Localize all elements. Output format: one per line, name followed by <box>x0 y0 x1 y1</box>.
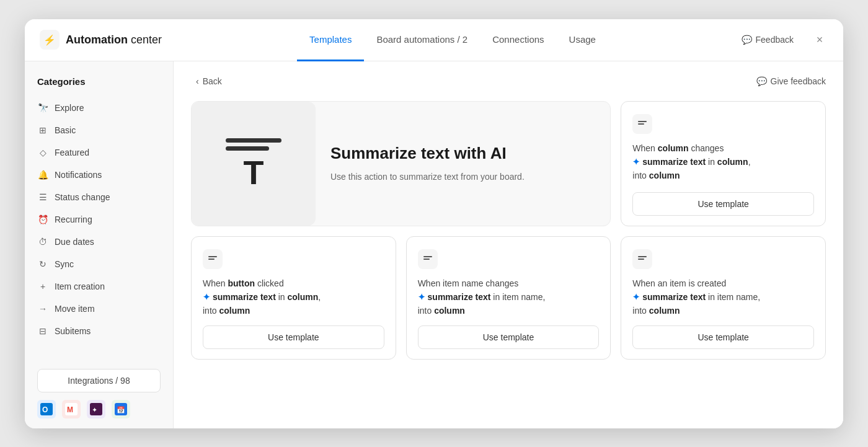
card-icon-row-3 <box>632 249 814 269</box>
gmail-icon: M <box>62 400 81 418</box>
sidebar-item-notifications[interactable]: 🔔 Notifications <box>25 164 173 186</box>
basic-icon: ⊞ <box>37 125 48 136</box>
app-icon: ⚡ <box>40 30 60 50</box>
content-area: ‹ Back 💬 Give feedback <box>174 61 843 428</box>
app-icons-row: O M ✦ 📅 <box>37 400 161 418</box>
sidebar-item-label: Status change <box>55 192 110 202</box>
close-button[interactable]: × <box>811 31 828 48</box>
automation-center-window: ⚡ Automation center Templates Board auto… <box>25 19 843 428</box>
card-icon-row-1 <box>203 249 384 269</box>
sidebar-item-status-change[interactable]: ☰ Status change <box>25 186 173 208</box>
sidebar-item-label: Explore <box>55 103 84 113</box>
sidebar-bottom: Integrations / 98 O M ✦ 📅 <box>25 359 173 418</box>
card-text-1: When button clicked ✦ summarize text in … <box>203 277 384 318</box>
template-card-1: When button clicked ✦ summarize text in … <box>191 236 396 360</box>
card-icon-row-2 <box>418 249 600 269</box>
svg-text:✦: ✦ <box>92 406 97 414</box>
card-text: When column changes ✦ summarize text in … <box>632 141 814 185</box>
sidebar: Categories 🔭 Explore ⊞ Basic ◇ Featured … <box>25 61 174 428</box>
svg-text:O: O <box>42 405 48 414</box>
app-title-light: center <box>128 33 162 46</box>
item-creation-icon: + <box>37 281 48 292</box>
featured-template-card: When column changes ✦ summarize text in … <box>621 101 826 226</box>
sidebar-item-label: Due dates <box>55 237 94 247</box>
sidebar-item-label: Basic <box>55 125 76 135</box>
outlook-icon: O <box>37 400 56 418</box>
notifications-icon: 🔔 <box>37 169 48 180</box>
back-chevron-icon: ‹ <box>196 76 199 86</box>
hero-title: Summarize text with AI <box>330 144 525 163</box>
header: ⚡ Automation center Templates Board auto… <box>25 19 843 61</box>
give-feedback-label: Give feedback <box>771 76 826 86</box>
sidebar-item-due-dates[interactable]: ⏱ Due dates <box>25 231 173 253</box>
sidebar-item-recurring[interactable]: ⏰ Recurring <box>25 208 173 231</box>
hero-info: Summarize text with AI Use this action t… <box>316 102 539 226</box>
sidebar-item-item-creation[interactable]: + Item creation <box>25 275 173 298</box>
card-icon-1 <box>203 249 223 269</box>
card-icon <box>632 114 652 134</box>
card-icon-3 <box>632 249 652 269</box>
ai-line-1 <box>226 138 281 143</box>
give-feedback-icon: 💬 <box>756 76 767 86</box>
tab-usage[interactable]: Usage <box>557 19 608 61</box>
svg-text:📅: 📅 <box>117 405 125 414</box>
hero-description: Use this action to summarize text from y… <box>330 170 525 184</box>
svg-rect-12 <box>423 256 432 257</box>
back-button[interactable]: ‹ Back <box>191 74 227 89</box>
sync-icon: ↻ <box>37 259 48 270</box>
sidebar-item-label: Item creation <box>55 281 105 291</box>
sidebar-item-subitems[interactable]: ⊟ Subitems <box>25 320 173 342</box>
svg-rect-11 <box>208 259 215 260</box>
use-template-button-1[interactable]: Use template <box>203 325 384 349</box>
hero-visual: T <box>192 102 316 226</box>
move-item-icon: → <box>37 303 48 314</box>
integrations-button[interactable]: Integrations / 98 <box>37 369 161 392</box>
app-title-bold: Automation <box>66 33 128 46</box>
template-card-2: When item name changes ✦ summarize text … <box>406 236 611 360</box>
ai-icon: T <box>226 138 281 189</box>
tab-connections[interactable]: Connections <box>480 19 556 61</box>
template-card-3: When an item is created ✦ summarize text… <box>621 236 826 360</box>
svg-rect-15 <box>638 259 644 260</box>
featured-icon: ◇ <box>37 147 48 158</box>
use-template-button-2[interactable]: Use template <box>418 325 600 349</box>
ai-t-letter: T <box>244 156 264 189</box>
svg-rect-13 <box>423 259 430 260</box>
status-change-icon: ☰ <box>37 192 48 203</box>
use-template-button-0[interactable]: Use template <box>632 192 814 216</box>
hero-card: T Summarize text with AI Use this action… <box>191 101 611 226</box>
sidebar-item-basic[interactable]: ⊞ Basic <box>25 119 173 141</box>
back-label: Back <box>203 76 222 86</box>
sidebar-item-explore[interactable]: 🔭 Explore <box>25 97 173 119</box>
svg-rect-10 <box>208 256 217 257</box>
svg-text:M: M <box>67 405 73 414</box>
svg-rect-9 <box>638 123 644 125</box>
svg-rect-14 <box>638 256 647 257</box>
feedback-label: Feedback <box>756 35 794 45</box>
recurring-icon: ⏰ <box>37 214 48 225</box>
tab-templates[interactable]: Templates <box>297 19 364 61</box>
sidebar-item-sync[interactable]: ↻ Sync <box>25 253 173 275</box>
main: Categories 🔭 Explore ⊞ Basic ◇ Featured … <box>25 61 843 428</box>
sidebar-item-label: Move item <box>55 304 95 314</box>
ai-lines <box>226 138 281 151</box>
sidebar-item-label: Featured <box>55 148 89 157</box>
header-right: 💬 Feedback × <box>729 31 828 48</box>
give-feedback-button[interactable]: 💬 Give feedback <box>756 76 826 86</box>
sidebar-item-label: Notifications <box>55 170 102 180</box>
svg-rect-8 <box>638 121 647 122</box>
sidebar-title: Categories <box>25 76 173 97</box>
template-grid: T Summarize text with AI Use this action… <box>191 101 826 360</box>
use-template-button-3[interactable]: Use template <box>632 325 814 349</box>
sidebar-item-label: Subitems <box>55 326 91 336</box>
sidebar-item-featured[interactable]: ◇ Featured <box>25 141 173 164</box>
calendar-icon: 📅 <box>112 400 130 418</box>
app-title: Automation center <box>66 33 162 46</box>
feedback-button[interactable]: 💬 Feedback <box>734 31 801 48</box>
sidebar-item-move-item[interactable]: → Move item <box>25 298 173 320</box>
card-icon-row <box>632 114 814 134</box>
explore-icon: 🔭 <box>37 102 48 113</box>
card-text-2: When item name changes ✦ summarize text … <box>418 277 600 318</box>
subitems-icon: ⊟ <box>37 325 48 337</box>
tab-board-automations[interactable]: Board automations / 2 <box>364 19 480 61</box>
